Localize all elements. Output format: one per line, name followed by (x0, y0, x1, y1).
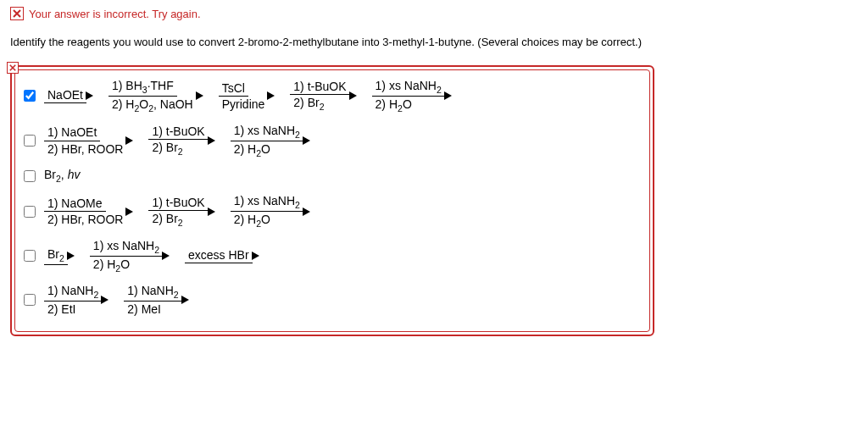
reagent-top: 1) NaOEt (44, 125, 100, 141)
reagent-bottom: 2) HBr, ROOR (44, 141, 126, 156)
reaction-arrow: 1) xs NaNH22) H2O (90, 239, 170, 274)
arrow-head-icon (125, 136, 133, 145)
arrow-head-icon (303, 207, 310, 216)
reagent-top: 1) t-BuOK (148, 124, 208, 140)
reagent-bottom: 2) MeI (124, 302, 164, 316)
option-checkbox[interactable] (24, 90, 36, 102)
reaction-arrow: 1) xs NaNH22) H2O (372, 79, 452, 113)
arrow-head-icon (162, 252, 170, 260)
option-checkbox[interactable] (24, 135, 36, 147)
reagent-bottom: Pyridine (219, 97, 269, 111)
reagent-bottom: 2) H2O (90, 257, 133, 274)
arrow-head-icon (252, 252, 259, 260)
reagent-top: 1) NaNH2 (124, 284, 181, 302)
option-reaction-sequence: NaOEt1) BH3·THF2) H2O2, NaOHTsClPyridine… (44, 79, 452, 113)
reaction-arrow: 1) BH3·THF2) H2O2, NaOH (108, 79, 203, 113)
arrow-head-icon (208, 207, 215, 216)
reagent-top: Br2 (44, 247, 68, 265)
reagent-top: 1) xs NaNH2 (90, 239, 163, 257)
reaction-arrow: excess HBr (185, 248, 259, 263)
option-label: Br2, hv (44, 168, 80, 184)
arrow-head-icon (125, 207, 133, 216)
arrow-head-icon (196, 91, 203, 100)
reaction-arrow: 1) t-BuOK2) Br2 (290, 80, 356, 112)
arrow-head-icon (267, 91, 275, 100)
incorrect-selection-icon (7, 62, 19, 74)
reagent-bottom: 2) H2O (231, 212, 274, 229)
reagent-top: 1) BH3·THF (108, 79, 177, 97)
reagent-top: 1) t-BuOK (148, 196, 208, 211)
arrow-head-icon (349, 91, 357, 100)
feedback-bar: Your answer is incorrect. Try again. (10, 7, 858, 20)
option-reaction-sequence: 1) NaOMe2) HBr, ROOR1) t-BuOK2) Br21) xs… (44, 194, 310, 229)
question-text: Identify the reagents you would use to c… (10, 36, 858, 48)
reagent-bottom: 2) HBr, ROOR (44, 212, 126, 226)
reaction-arrow: 1) NaOEt2) HBr, ROOR (44, 125, 133, 155)
arrow-head-icon (303, 136, 310, 145)
reaction-arrow: 1) NaOMe2) HBr, ROOR (44, 196, 133, 226)
reaction-arrow: 1) NaNH22) MeI (124, 284, 188, 316)
reagent-top: 1) xs NaNH2 (231, 124, 303, 141)
reagent-bottom: 2) Br2 (148, 140, 186, 157)
reaction-arrow: TsClPyridine (219, 81, 275, 111)
arrow-head-icon (86, 91, 93, 100)
reagent-bottom: 2) Br2 (148, 211, 186, 228)
reaction-arrow: 1) xs NaNH22) H2O (231, 194, 310, 229)
option-reaction-sequence: 1) NaNH22) EtI1) NaNH22) MeI (44, 284, 189, 316)
option-row: 1) NaNH22) EtI1) NaNH22) MeI (24, 284, 641, 316)
reaction-arrow: 1) NaNH22) EtI (44, 284, 108, 316)
reagent-bottom: 2) H2O (231, 141, 274, 158)
option-row: 1) NaOMe2) HBr, ROOR1) t-BuOK2) Br21) xs… (24, 194, 641, 229)
reaction-arrow: NaOEt (44, 88, 93, 103)
reagent-bottom: 2) H2O2, NaOH (108, 97, 197, 113)
option-checkbox[interactable] (24, 250, 36, 262)
reagent-top: TsCl (219, 81, 248, 97)
reagent-bottom: 2) H2O (372, 97, 415, 113)
reagent-top: 1) NaNH2 (44, 284, 102, 302)
reagent-top: excess HBr (185, 248, 253, 263)
reaction-arrow: 1) xs NaNH22) H2O (231, 124, 310, 158)
arrow-head-icon (101, 296, 108, 304)
reagent-top: 1) NaOMe (44, 196, 106, 212)
reagent-top: NaOEt (44, 88, 86, 103)
incorrect-icon (10, 7, 24, 20)
reaction-arrow: 1) t-BuOK2) Br2 (148, 124, 214, 157)
reagent-top: 1) t-BuOK (290, 80, 349, 95)
arrow-head-icon (181, 296, 189, 304)
reaction-arrow: 1) t-BuOK2) Br2 (148, 196, 214, 228)
option-checkbox[interactable] (24, 294, 36, 306)
option-reaction-sequence: Br21) xs NaNH22) H2Oexcess HBr (44, 239, 259, 274)
option-checkbox[interactable] (24, 170, 36, 182)
arrow-head-icon (208, 136, 215, 145)
reaction-arrow: Br2 (44, 247, 75, 265)
feedback-text: Your answer is incorrect. Try again. (29, 8, 201, 20)
arrow-head-icon (444, 91, 452, 100)
answer-options-panel: NaOEt1) BH3·THF2) H2O2, NaOHTsClPyridine… (10, 65, 654, 336)
arrow-head-icon (67, 252, 75, 260)
option-row: 1) NaOEt2) HBr, ROOR1) t-BuOK2) Br21) xs… (24, 124, 641, 158)
reagent-top: 1) xs NaNH2 (231, 194, 303, 212)
reagent-top: 1) xs NaNH2 (372, 79, 445, 97)
reagent-bottom: 2) EtI (44, 302, 79, 316)
option-row: Br2, hv (24, 168, 641, 184)
option-checkbox[interactable] (24, 206, 36, 218)
option-row: NaOEt1) BH3·THF2) H2O2, NaOHTsClPyridine… (24, 79, 641, 113)
option-row: Br21) xs NaNH22) H2Oexcess HBr (24, 239, 641, 274)
reagent-bottom: 2) Br2 (290, 95, 327, 112)
option-reaction-sequence: 1) NaOEt2) HBr, ROOR1) t-BuOK2) Br21) xs… (44, 124, 310, 158)
